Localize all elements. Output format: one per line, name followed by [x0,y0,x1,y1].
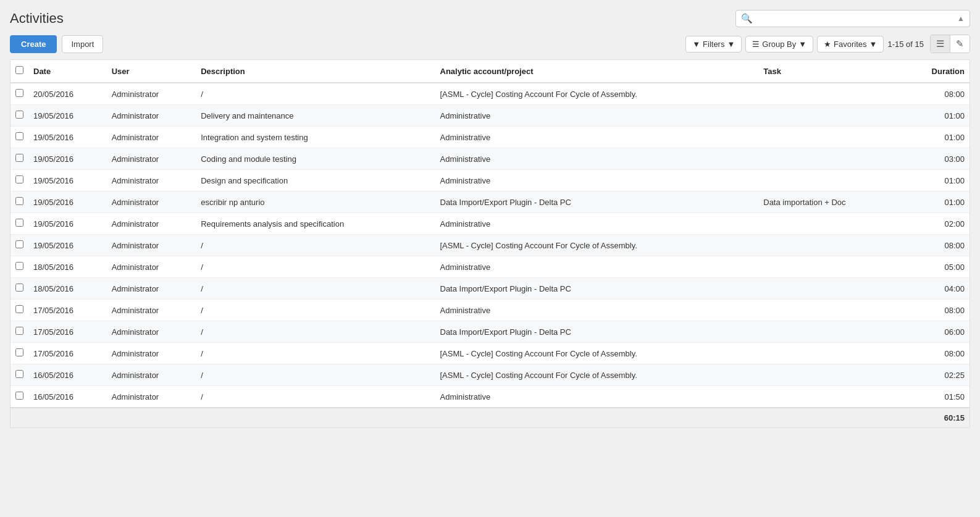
table-row[interactable]: 19/05/2016AdministratorCoding and module… [10,148,970,170]
table-row[interactable]: 16/05/2016Administrator/Administrative01… [10,386,970,408]
row-checkbox[interactable] [15,111,23,119]
total-duration: 60:15 [902,408,970,427]
row-description: / [196,364,435,386]
row-checkbox[interactable] [15,154,23,162]
table-row[interactable]: 18/05/2016Administrator/Administrative05… [10,256,970,278]
row-checkbox-cell [10,127,28,148]
row-checkbox-cell [10,105,28,127]
row-duration: 01:00 [902,105,970,127]
row-analytic: Administrative [435,148,759,170]
list-view-button[interactable]: ☰ [931,35,950,53]
groupby-button[interactable]: ☰ Group By ▼ [745,36,813,53]
row-checkbox-cell [10,170,28,191]
row-description: / [196,300,435,321]
filters-button[interactable]: ▼ Filters ▼ [685,36,742,53]
row-checkbox[interactable] [15,175,23,183]
row-checkbox[interactable] [15,240,23,248]
header-description[interactable]: Description [196,60,435,83]
search-dropdown-arrow-icon[interactable]: ▲ [957,14,965,23]
table-row[interactable]: 17/05/2016Administrator/Data Import/Expo… [10,321,970,343]
table-row[interactable]: 19/05/2016AdministratorRequirements anal… [10,213,970,235]
row-checkbox[interactable] [15,284,23,292]
row-date: 19/05/2016 [28,148,107,170]
row-analytic: [ASML - Cycle] Costing Account For Cycle… [435,83,759,105]
row-task [758,321,902,343]
table-row[interactable]: 19/05/2016AdministratorIntegration and s… [10,127,970,148]
table-header-row: Date User Description Analytic account/p… [10,60,970,83]
row-user: Administrator [107,343,196,364]
header-user[interactable]: User [107,60,196,83]
row-duration: 08:00 [902,235,970,256]
table-row[interactable]: 18/05/2016Administrator/Data Import/Expo… [10,278,970,300]
search-input[interactable] [756,14,953,23]
favorites-button[interactable]: ★ Favorites ▼ [817,36,884,53]
row-description: / [196,343,435,364]
row-analytic: Administrative [435,170,759,191]
view-toggle: ☰ ✎ [930,35,970,53]
row-checkbox[interactable] [15,262,23,270]
row-checkbox[interactable] [15,305,23,313]
row-checkbox-cell [10,278,28,300]
activities-table: Date User Description Analytic account/p… [10,60,970,427]
row-task [758,213,902,235]
row-description: / [196,83,435,105]
header-duration[interactable]: Duration [902,60,970,83]
row-checkbox-cell [10,364,28,386]
row-date: 19/05/2016 [28,213,107,235]
row-user: Administrator [107,127,196,148]
table-row[interactable]: 16/05/2016Administrator/[ASML - Cycle] C… [10,364,970,386]
favorites-label: Favorites [834,40,866,49]
row-checkbox[interactable] [15,89,23,97]
header-checkbox-col [10,60,28,83]
funnel-icon: ▼ [692,40,700,49]
row-duration: 02:00 [902,213,970,235]
row-task [758,364,902,386]
create-button[interactable]: Create [10,35,57,53]
row-user: Administrator [107,191,196,213]
edit-view-button[interactable]: ✎ [950,35,970,53]
table-row[interactable]: 17/05/2016Administrator/Administrative08… [10,300,970,321]
row-duration: 05:00 [902,256,970,278]
table-row[interactable]: 20/05/2016Administrator/[ASML - Cycle] C… [10,83,970,105]
filters-label: Filters [703,40,724,49]
row-date: 19/05/2016 [28,235,107,256]
row-user: Administrator [107,235,196,256]
row-checkbox[interactable] [15,392,23,400]
table-row[interactable]: 19/05/2016AdministratorDesign and specif… [10,170,970,191]
row-checkbox[interactable] [15,370,23,378]
row-description: Integration and system testing [196,127,435,148]
row-checkbox-cell [10,343,28,364]
row-duration: 01:50 [902,386,970,408]
table-row[interactable]: 17/05/2016Administrator/[ASML - Cycle] C… [10,343,970,364]
header-task[interactable]: Task [758,60,902,83]
select-all-checkbox[interactable] [15,66,23,74]
row-duration: 01:00 [902,191,970,213]
search-icon: 🔍 [741,13,753,24]
row-user: Administrator [107,83,196,105]
table-row[interactable]: 19/05/2016Administratorescribir np antur… [10,191,970,213]
row-checkbox-cell [10,235,28,256]
row-task [758,256,902,278]
header-date[interactable]: Date [28,60,107,83]
row-task [758,386,902,408]
row-checkbox[interactable] [15,197,23,205]
row-date: 19/05/2016 [28,127,107,148]
row-checkbox[interactable] [15,132,23,140]
row-date: 19/05/2016 [28,170,107,191]
row-analytic: Data Import/Export Plugin - Delta PC [435,278,759,300]
activities-table-container: Date User Description Analytic account/p… [10,59,970,428]
row-task [758,235,902,256]
table-row[interactable]: 19/05/2016AdministratorDelivery and main… [10,105,970,127]
row-checkbox[interactable] [15,219,23,227]
row-date: 17/05/2016 [28,343,107,364]
row-checkbox[interactable] [15,327,23,335]
page-container: Activities 🔍 ▲ Create Import ▼ Filters ▼… [0,0,980,517]
header-analytic[interactable]: Analytic account/project [435,60,759,83]
import-button[interactable]: Import [62,35,103,53]
favorites-chevron-icon: ▼ [869,40,877,49]
table-row[interactable]: 19/05/2016Administrator/[ASML - Cycle] C… [10,235,970,256]
row-description: escribir np anturio [196,191,435,213]
row-date: 18/05/2016 [28,256,107,278]
star-icon: ★ [824,40,831,49]
row-checkbox[interactable] [15,348,23,356]
